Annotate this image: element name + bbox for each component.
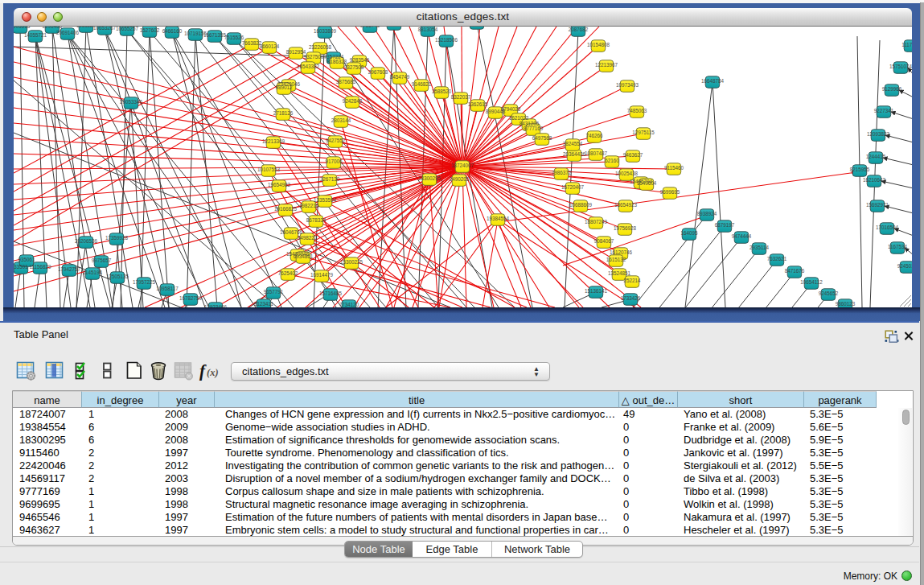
svg-text:10154808: 10154808: [587, 42, 610, 47]
svg-text:9474444: 9474444: [732, 233, 752, 239]
svg-text:8186328: 8186328: [327, 59, 347, 64]
svg-text:17359928: 17359928: [105, 235, 129, 241]
svg-text:9227341: 9227341: [874, 108, 894, 113]
svg-text:16033809: 16033809: [314, 28, 337, 34]
svg-text:10973493: 10973493: [616, 82, 639, 88]
svg-text:9657791: 9657791: [264, 289, 284, 295]
svg-text:7625402: 7625402: [278, 270, 298, 276]
svg-text:15751074: 15751074: [889, 64, 912, 69]
svg-text:13218506: 13218506: [435, 37, 458, 43]
svg-text:23226058: 23226058: [309, 44, 332, 50]
svg-text:12093823: 12093823: [867, 131, 890, 137]
svg-text:16543382: 16543382: [297, 64, 320, 69]
svg-text:9245652: 9245652: [819, 290, 839, 296]
svg-text:8660124: 8660124: [260, 43, 280, 49]
svg-text:13654923: 13654923: [614, 202, 638, 208]
svg-text:6466160: 6466160: [162, 28, 183, 34]
svg-text:12213967: 12213967: [595, 62, 618, 68]
svg-text:9777169: 9777169: [524, 126, 544, 131]
svg-text:9129966: 9129966: [882, 86, 902, 92]
svg-text:8454749: 8454749: [390, 74, 410, 80]
svg-text:10688609: 10688609: [569, 202, 593, 208]
svg-text:2087682: 2087682: [569, 27, 589, 32]
svg-text:6794028: 6794028: [501, 106, 521, 112]
svg-text:7632621: 7632621: [767, 256, 787, 262]
svg-text:16120746: 16120746: [610, 249, 633, 255]
svg-text:10025438: 10025438: [615, 171, 639, 176]
svg-text:15720407: 15720407: [561, 184, 585, 190]
svg-text:62160: 62160: [605, 158, 619, 163]
svg-text:8215955: 8215955: [850, 167, 870, 172]
svg-text:19166825: 19166825: [274, 206, 298, 212]
svg-text:15136141: 15136141: [585, 288, 608, 294]
svg-text:164095: 164095: [680, 230, 698, 236]
svg-text:16046766: 16046766: [280, 229, 303, 235]
svg-text:8322037: 8322037: [451, 94, 471, 100]
svg-text:18300295: 18300295: [418, 175, 441, 181]
svg-text:3498222: 3498222: [298, 235, 318, 241]
svg-text:989012: 989012: [275, 84, 293, 90]
svg-text:1167534: 1167534: [888, 244, 908, 249]
svg-text:935061: 935061: [18, 257, 35, 262]
svg-text:16782759: 16782759: [179, 295, 203, 301]
svg-text:9975657: 9975657: [92, 257, 112, 263]
svg-text:12975115: 12975115: [632, 130, 655, 135]
svg-text:15692971: 15692971: [866, 202, 889, 208]
svg-text:9860123: 9860123: [836, 301, 856, 307]
svg-text:13524851: 13524851: [608, 270, 631, 276]
svg-text:9463627: 9463627: [623, 152, 643, 158]
svg-text:1362615: 1362615: [468, 101, 488, 107]
svg-text:1244415: 1244415: [866, 154, 886, 159]
svg-text:2967608: 2967608: [368, 69, 388, 75]
svg-text:12213369: 12213369: [262, 138, 285, 144]
svg-text:20364436: 20364436: [563, 151, 586, 157]
svg-text:33501: 33501: [14, 264, 28, 270]
svg-text:7485063: 7485063: [627, 108, 647, 113]
svg-text:8123411: 8123411: [254, 301, 274, 307]
svg-text:2291406: 2291406: [43, 27, 63, 29]
svg-text:17957225: 17957225: [133, 279, 156, 285]
svg-text:4982210: 4982210: [299, 203, 319, 208]
svg-text:1117340: 1117340: [901, 42, 912, 47]
svg-text:10655257: 10655257: [116, 27, 139, 31]
svg-text:9084067: 9084067: [594, 238, 614, 244]
svg-text:2803144: 2803144: [331, 117, 351, 123]
svg-text:17016504: 17016504: [876, 225, 899, 230]
svg-text:10653267: 10653267: [93, 27, 117, 31]
svg-text:1527602: 1527602: [140, 27, 160, 33]
svg-text:18807249: 18807249: [585, 219, 608, 225]
svg-text:19384554: 19384554: [487, 216, 510, 221]
svg-text:17942757: 17942757: [58, 266, 81, 272]
svg-text:15716485: 15716485: [319, 290, 343, 296]
svg-text:19654982: 19654982: [268, 182, 291, 187]
svg-text:6879197: 6879197: [715, 222, 735, 228]
svg-text:1733426: 1733426: [621, 295, 641, 301]
svg-text:9327500: 9327500: [304, 54, 324, 60]
svg-text:6934861: 6934861: [294, 253, 314, 259]
svg-text:8471676: 8471676: [785, 268, 805, 274]
svg-text:1621022: 1621022: [509, 115, 529, 121]
svg-text:10107553: 10107553: [257, 167, 281, 172]
svg-text:20053346: 20053346: [120, 99, 143, 105]
svg-text:1145194: 1145194: [83, 270, 103, 275]
svg-text:10958117: 10958117: [156, 286, 179, 291]
svg-text:16671355: 16671355: [203, 32, 227, 38]
svg-text:(x): (x): [207, 367, 219, 378]
svg-text:16914479: 16914479: [310, 272, 334, 278]
svg-text:1549604: 1549604: [637, 180, 657, 186]
svg-text:252214: 252214: [623, 278, 641, 283]
svg-text:20206536: 20206536: [75, 238, 98, 244]
svg-text:3875685: 3875685: [336, 79, 356, 84]
svg-text:18724007: 18724007: [451, 163, 474, 168]
svg-text:20691406: 20691406: [56, 30, 80, 35]
svg-text:13353594: 13353594: [314, 197, 337, 203]
svg-text:9427552: 9427552: [326, 138, 346, 143]
svg-text:14055721: 14055721: [24, 32, 47, 38]
svg-text:11156829: 11156829: [29, 264, 51, 270]
svg-text:8813054: 8813054: [418, 27, 438, 32]
svg-text:9699695: 9699695: [660, 189, 680, 195]
svg-text:1905513: 1905513: [14, 27, 31, 29]
svg-text:3267130: 3267130: [320, 176, 340, 182]
svg-text:9146821: 9146821: [412, 81, 432, 87]
svg-text:16648784: 16648784: [701, 78, 725, 84]
